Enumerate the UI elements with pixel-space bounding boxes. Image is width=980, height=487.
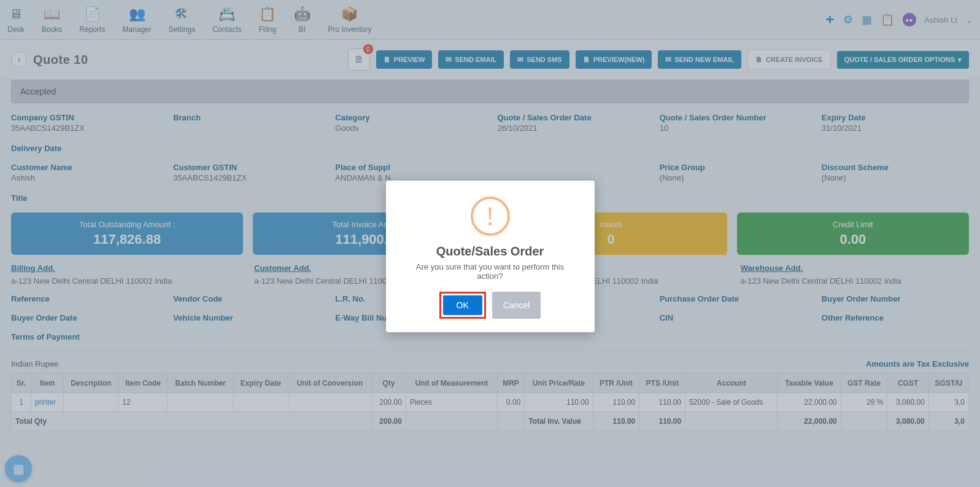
confirm-modal: ! Quote/Sales Order Are you sure that yo…	[386, 181, 595, 332]
modal-buttons: OK Cancel	[403, 292, 577, 319]
ok-button[interactable]: OK	[443, 295, 482, 315]
modal-message: Are you sure that you want to perform th…	[403, 262, 577, 281]
cancel-button[interactable]: Cancel	[492, 292, 541, 319]
exclamation-icon: !	[471, 197, 510, 236]
modal-title: Quote/Sales Order	[403, 244, 577, 259]
ok-highlight: OK	[439, 292, 486, 319]
